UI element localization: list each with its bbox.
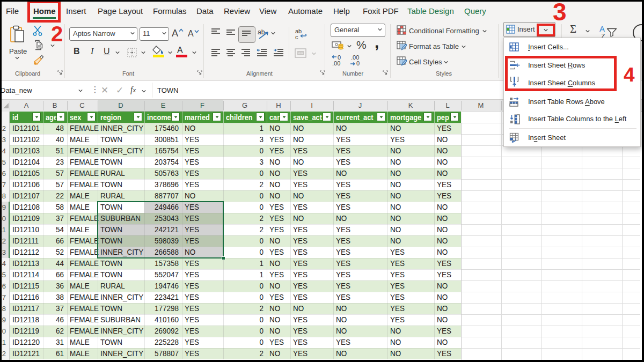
svg-text:A: A xyxy=(599,24,605,33)
svg-text:c: c xyxy=(295,34,298,40)
svg-text:0: 0 xyxy=(356,60,360,67)
svg-text:.00: .00 xyxy=(332,60,340,67)
